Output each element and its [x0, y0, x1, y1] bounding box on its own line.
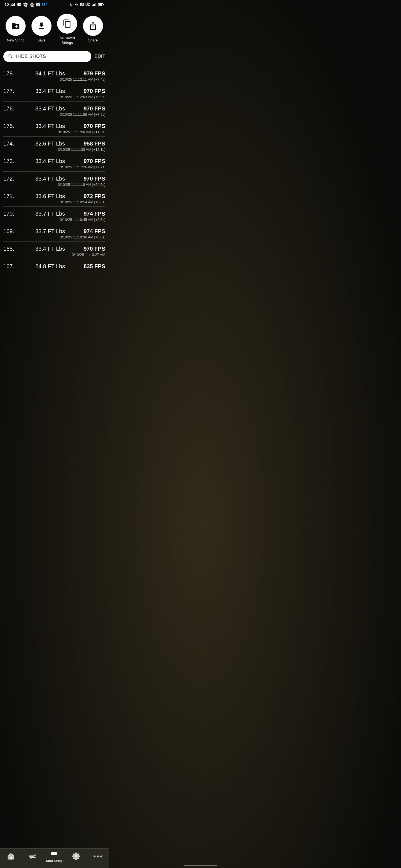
shot-fps: 970 FPS	[80, 123, 105, 129]
search-bar-row: HIDE SHOTS EDIT	[0, 50, 109, 66]
shot-row[interactable]: 175.33.4 FT Lbs970 FPS3/10/25 11:11:50 A…	[3, 119, 105, 136]
shot-energy: 34.1 FT Lbs	[20, 70, 80, 77]
shot-row[interactable]: 176.33.4 FT Lbs970 FPS3/10/25 11:11:58 A…	[3, 101, 105, 119]
shot-fps: 970 FPS	[80, 88, 105, 94]
shot-number: 176.	[3, 105, 20, 112]
shot-fps: 972 FPS	[80, 193, 105, 199]
shot-number: 177.	[3, 88, 20, 94]
new-string-button[interactable]: New String	[6, 16, 26, 43]
mute-icon	[74, 3, 78, 7]
shot-row[interactable]: 170.33.7 FT Lbs974 FPS3/10/25 11:10:45 A…	[3, 207, 105, 224]
save-button[interactable]: Save	[31, 16, 52, 43]
shot-number: 171.	[3, 193, 20, 199]
shot-energy: 33.4 FT Lbs	[20, 176, 80, 182]
shot-timestamp: 3/10/25 11:10:27 AM	[3, 253, 105, 257]
shot-energy: 33.7 FT Lbs	[20, 228, 80, 235]
copy-icon	[63, 19, 71, 28]
svg-rect-6	[103, 4, 104, 5]
battery-icon	[98, 3, 104, 7]
shot-energy: 33.4 FT Lbs	[20, 105, 80, 112]
svg-rect-5	[98, 4, 102, 6]
status-left: 12:44 💬 👻 👻 🖼 83°	[4, 2, 47, 7]
signal-icon	[92, 3, 96, 7]
shot-fps: 970 FPS	[80, 176, 105, 182]
bluetooth-icon	[69, 3, 73, 7]
hide-shots-button[interactable]: HIDE SHOTS	[3, 51, 91, 62]
shot-row[interactable]: 174.32.6 FT Lbs958 FPS3/10/25 11:11:38 A…	[3, 136, 105, 154]
new-string-circle	[6, 16, 26, 36]
shot-timestamp: 3/10/25 11:10:36 AM [+8.8s]	[3, 235, 105, 239]
shot-row[interactable]: 168.33.4 FT Lbs970 FPS3/10/25 11:10:27 A…	[3, 242, 105, 259]
shot-list: 178.34.1 FT Lbs979 FPS3/10/25 11:12:11 A…	[0, 66, 109, 272]
shot-row[interactable]: 172.33.4 FT Lbs970 FPS3/10/25 11:11:18 A…	[3, 172, 105, 189]
shot-timestamp: 3/10/25 11:11:50 AM [+11.3s]	[3, 130, 105, 134]
shot-number: 174.	[3, 141, 20, 147]
shot-row[interactable]: 171.33.6 FT Lbs972 FPS3/10/25 11:10:54 A…	[3, 189, 105, 207]
edit-button[interactable]: EDIT	[95, 54, 105, 59]
shot-number: 167.	[3, 263, 20, 270]
shot-energy: 33.4 FT Lbs	[20, 158, 80, 164]
shot-fps: 958 FPS	[80, 141, 105, 147]
shot-number: 168.	[3, 246, 20, 252]
shot-fps: 979 FPS	[80, 70, 105, 77]
action-buttons: New String Save All SavedStrings	[0, 8, 109, 50]
shot-number: 170.	[3, 211, 20, 217]
shot-energy: 33.4 FT Lbs	[20, 88, 80, 94]
share-icon	[89, 22, 97, 30]
shot-timestamp: 3/10/25 11:11:26 AM [+7.7s]	[3, 165, 105, 169]
shot-timestamp: 3/10/25 11:11:18 AM [+24.5s]	[3, 183, 105, 187]
share-button[interactable]: Share	[83, 16, 103, 43]
shot-number: 173.	[3, 158, 20, 164]
photo-icon: 🖼	[36, 2, 40, 7]
svg-rect-0	[92, 5, 93, 6]
save-circle	[31, 16, 52, 36]
status-right: 5G UC	[69, 3, 104, 7]
shot-row[interactable]: 167.24.8 FT Lbs835 FPS	[3, 259, 105, 272]
shot-energy: 32.6 FT Lbs	[20, 141, 80, 147]
shot-energy: 33.6 FT Lbs	[20, 193, 80, 199]
shot-number: 169.	[3, 228, 20, 235]
shot-fps: 835 FPS	[80, 263, 105, 270]
shot-fps: 974 FPS	[80, 228, 105, 235]
shot-number: 175.	[3, 123, 20, 129]
svg-rect-3	[95, 3, 96, 6]
shot-timestamp: 3/10/25 11:10:54 AM [+8.6s]	[3, 200, 105, 204]
all-saved-circle	[57, 13, 77, 34]
shot-timestamp: 3/10/25 11:12:11 AM [+7.4s]	[3, 78, 105, 82]
status-time: 12:44	[4, 2, 15, 7]
folder-plus-icon	[11, 22, 20, 30]
status-bar: 12:44 💬 👻 👻 🖼 83° 5G UC	[0, 0, 109, 8]
shot-timestamp: 3/10/25 11:12:03 AM [+5.9s]	[3, 95, 105, 99]
shot-timestamp: 3/10/25 11:11:38 AM [+12.1s]	[3, 148, 105, 152]
download-icon	[37, 22, 46, 30]
shot-number: 178.	[3, 70, 20, 77]
shot-timestamp: 3/10/25 11:10:45 AM [+9.5s]	[3, 218, 105, 222]
new-string-label: New String	[7, 38, 25, 43]
network-label: 5G UC	[80, 3, 90, 7]
shot-row[interactable]: 178.34.1 FT Lbs979 FPS3/10/25 11:12:11 A…	[3, 66, 105, 84]
snapchat-icon: 👻	[23, 2, 28, 7]
temperature-badge: 83°	[41, 2, 47, 7]
shot-row[interactable]: 177.33.4 FT Lbs970 FPS3/10/25 11:12:03 A…	[3, 84, 105, 101]
shot-row[interactable]: 169.33.7 FT Lbs974 FPS3/10/25 11:10:36 A…	[3, 224, 105, 242]
shot-energy: 33.4 FT Lbs	[20, 246, 80, 252]
shot-fps: 974 FPS	[80, 211, 105, 217]
shot-fps: 970 FPS	[80, 105, 105, 112]
share-circle	[83, 16, 103, 36]
shot-energy: 33.7 FT Lbs	[20, 211, 80, 217]
shot-fps: 970 FPS	[80, 246, 105, 252]
search-icon	[8, 54, 13, 59]
shot-energy: 24.8 FT Lbs	[20, 263, 80, 270]
message-icon: 💬	[17, 2, 22, 7]
snapchat2-icon: 👻	[30, 2, 34, 7]
shot-row[interactable]: 173.33.4 FT Lbs970 FPS3/10/25 11:11:26 A…	[3, 154, 105, 172]
shot-fps: 970 FPS	[80, 158, 105, 164]
shot-number: 172.	[3, 176, 20, 182]
all-saved-strings-button[interactable]: All SavedStrings	[57, 13, 77, 45]
hide-shots-label: HIDE SHOTS	[16, 54, 46, 59]
svg-rect-2	[94, 4, 95, 6]
all-saved-strings-label: All SavedStrings	[60, 36, 75, 45]
shot-energy: 33.4 FT Lbs	[20, 123, 80, 129]
shot-timestamp: 3/10/25 11:11:58 AM [+7.9s]	[3, 113, 105, 117]
save-label: Save	[37, 38, 46, 43]
